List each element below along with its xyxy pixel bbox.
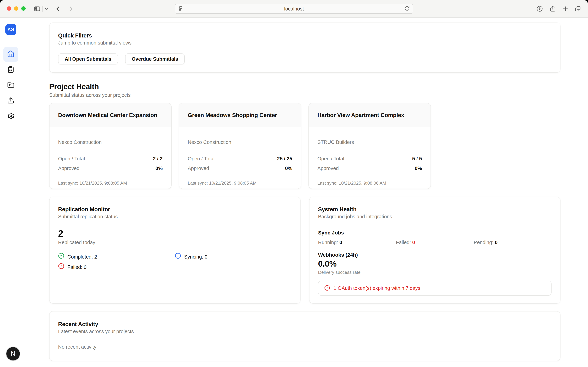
quick-filters-title: Quick Filters: [58, 32, 552, 39]
recent-activity-title: Recent Activity: [58, 320, 552, 328]
upload-icon: [7, 97, 14, 105]
completed-text: Completed: 2: [67, 253, 97, 261]
failed-text: Failed: 0: [67, 263, 86, 271]
app-sidebar: AS: [0, 17, 22, 367]
oauth-warning-banner: 1 OAuth token(s) expiring within 7 days: [318, 281, 552, 296]
browser-toolbar: localhost: [0, 0, 588, 17]
sync-jobs-heading: Sync Jobs: [318, 229, 552, 236]
quick-filters-subtitle: Jump to common submittal views: [58, 40, 552, 46]
open-total-value: 2 / 2: [153, 156, 163, 162]
running-value: 0: [339, 240, 342, 245]
gear-icon: [7, 112, 14, 120]
replicated-count: 2: [58, 228, 292, 239]
check-circle-icon: [58, 253, 64, 261]
project-name: Harbor View Apartment Complex: [317, 111, 404, 119]
alert-circle-icon: [58, 263, 64, 271]
clock-icon: [175, 253, 181, 261]
folder-kanban-icon: [7, 81, 14, 89]
project-health-heading: Project Health: [49, 82, 561, 91]
no-activity-text: No recent activity: [58, 344, 552, 350]
project-name: Downtown Medical Center Expansion: [58, 111, 157, 119]
approved-label: Approved: [188, 166, 209, 171]
webhooks-heading: Webhooks (24h): [318, 251, 552, 259]
share-icon[interactable]: [549, 0, 556, 17]
tab-overview-icon[interactable]: [575, 0, 581, 17]
approved-value: 0%: [285, 166, 292, 171]
project-company: STRUC Builders: [317, 139, 422, 145]
approved-label: Approved: [58, 166, 79, 171]
address-bar[interactable]: localhost: [175, 4, 413, 14]
new-tab-icon[interactable]: [562, 0, 569, 17]
project-company: Nexco Construction: [58, 139, 163, 145]
approved-value: 0%: [415, 166, 422, 171]
failed-stat: Failed: 0: [58, 263, 175, 271]
last-sync: Last sync: 10/21/2025, 9:08:06 AM: [317, 180, 422, 186]
forward-button-icon[interactable]: [67, 0, 75, 17]
main-content: Quick Filters Jump to common submittal v…: [22, 17, 588, 367]
sidebar-item-upload[interactable]: [3, 93, 18, 108]
all-open-submittals-button[interactable]: All Open Submittals: [58, 53, 118, 65]
warning-icon: [324, 285, 330, 292]
replication-monitor-subtitle: Submittal replication status: [58, 214, 292, 220]
sidebar-divider: [0, 41, 22, 41]
replication-monitor-title: Replication Monitor: [58, 206, 292, 213]
clipboard-list-icon: [7, 66, 14, 74]
overdue-submittals-button[interactable]: Overdue Submittals: [125, 53, 185, 65]
approved-label: Approved: [317, 166, 339, 171]
failed-jobs-value: 0: [412, 240, 415, 245]
project-name: Green Meadows Shopping Center: [188, 111, 277, 119]
downloads-icon[interactable]: [537, 0, 543, 17]
reload-icon[interactable]: [404, 6, 410, 12]
nextjs-devtools-button[interactable]: N: [6, 347, 20, 360]
syncing-text: Syncing: 0: [184, 253, 207, 261]
last-sync: Last sync: 10/21/2025, 9:08:05 AM: [188, 180, 292, 186]
approved-value: 0%: [155, 166, 163, 171]
failed-jobs-stat: Failed: 0: [396, 239, 474, 246]
open-total-value: 5 / 5: [412, 156, 422, 162]
url-text: localhost: [184, 6, 404, 12]
pending-stat: Pending: 0: [474, 239, 552, 246]
toolbar-divider: [42, 6, 43, 12]
sidebar-nav: [0, 47, 22, 124]
window-controls: [7, 6, 26, 11]
syncing-stat: Syncing: 0: [175, 253, 292, 261]
project-health-subtitle: Submittal status across your projects: [49, 92, 561, 98]
home-icon: [7, 50, 15, 58]
replication-monitor-card: Replication Monitor Submittal replicatio…: [49, 197, 301, 304]
open-total-label: Open / Total: [317, 156, 344, 162]
project-cards-grid: Downtown Medical Center Expansion Nexco …: [49, 103, 561, 189]
minimize-window-button[interactable]: [14, 6, 18, 11]
recent-activity-subtitle: Latest events across your projects: [58, 328, 552, 334]
webhook-success-rate: 0.0%: [318, 259, 552, 269]
last-sync: Last sync: 10/21/2025, 9:08:05 AM: [58, 180, 163, 186]
quick-filters-card: Quick Filters Jump to common submittal v…: [49, 23, 561, 73]
oauth-warning-text: 1 OAuth token(s) expiring within 7 days: [334, 285, 420, 291]
sidebar-item-projects[interactable]: [3, 78, 18, 93]
open-total-value: 25 / 25: [277, 156, 292, 162]
avatar[interactable]: AS: [5, 24, 16, 35]
webhook-rate-caption: Delivery success rate: [318, 269, 552, 275]
replicated-count-label: Replicated today: [58, 239, 292, 245]
project-card[interactable]: Harbor View Apartment Complex STRUC Buil…: [308, 103, 431, 189]
running-stat: Running: 0: [318, 239, 396, 246]
system-health-subtitle: Background jobs and integrations: [318, 214, 552, 220]
page-menu-icon[interactable]: [178, 6, 184, 12]
chevron-down-icon[interactable]: [44, 0, 49, 17]
sidebar-item-home[interactable]: [3, 47, 18, 62]
sidebar-item-submittals[interactable]: [3, 62, 18, 77]
project-company: Nexco Construction: [188, 139, 292, 145]
project-card[interactable]: Green Meadows Shopping Center Nexco Cons…: [179, 103, 301, 189]
sidebar-item-settings[interactable]: [3, 109, 18, 124]
back-button-icon[interactable]: [54, 0, 62, 17]
system-health-title: System Health: [318, 206, 552, 213]
zoom-window-button[interactable]: [21, 6, 26, 11]
open-total-label: Open / Total: [188, 156, 215, 162]
pending-value: 0: [495, 240, 497, 245]
recent-activity-card: Recent Activity Latest events across you…: [49, 311, 561, 361]
project-card[interactable]: Downtown Medical Center Expansion Nexco …: [49, 103, 172, 189]
open-total-label: Open / Total: [58, 156, 85, 162]
sidebar-toggle-icon[interactable]: [34, 0, 41, 17]
close-window-button[interactable]: [7, 6, 11, 11]
system-health-card: System Health Background jobs and integr…: [309, 197, 561, 304]
browser-window: localhost AS: [0, 0, 588, 367]
